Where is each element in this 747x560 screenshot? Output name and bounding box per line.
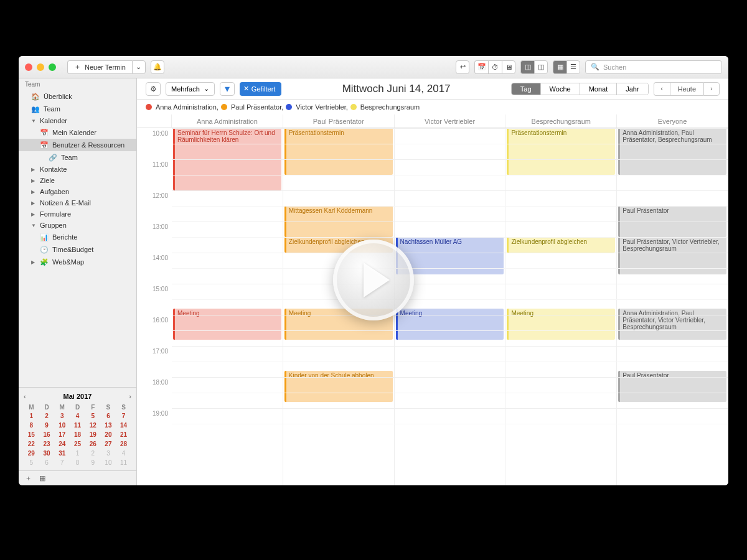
timer-icon[interactable]: ⏱ [488,60,502,74]
next-button[interactable]: › [703,82,720,96]
column-everyone[interactable]: Anna Administration, Paul Präsentator, B… [617,128,728,485]
calendar-event[interactable]: Anna Administration, Paul Präsentator, V… [618,309,726,340]
add-icon[interactable]: ＋ [25,474,32,483]
minical-day[interactable]: 7 [116,412,131,420]
minical-day[interactable]: 18 [70,431,85,439]
sidebar-item-webmap[interactable]: ▶🧩Web&Map [19,256,136,268]
calendar-event[interactable]: Meeting [396,309,504,340]
grid-icon[interactable]: ▦ [39,474,45,482]
minical-day[interactable]: 31 [54,449,70,457]
sidebar-item-forms[interactable]: ▶Formulare [19,208,136,220]
minical-day[interactable]: 9 [85,459,101,467]
minical-day[interactable]: 24 [54,440,70,448]
multiview-dropdown[interactable]: Mehrfach⌄ [166,82,215,96]
minical-day[interactable]: 14 [116,421,131,429]
minical-day[interactable]: 3 [54,412,70,420]
minical-day[interactable]: 16 [39,431,55,439]
grid-view-icon[interactable]: ▦ [553,60,566,74]
column-room[interactable]: PräsentationsterminZielkundenprofil abgl… [505,128,617,485]
calendar-event[interactable]: Meeting [173,309,281,340]
minical-day[interactable]: 13 [101,421,116,429]
sidebar-item-goals[interactable]: ▶Ziele [19,175,136,186]
seg-year[interactable]: Jahr [617,83,647,95]
today-button[interactable]: Heute [670,82,703,96]
gear-button[interactable]: ⚙ [146,82,161,96]
list-view-icon[interactable]: ☰ [566,60,580,74]
minical-day[interactable]: 8 [24,421,39,429]
column-anna[interactable]: Seminar für Herrn Schulze: Ort und Räuml… [172,128,283,485]
calendar-event[interactable]: Kinder von der Schule abholen [284,371,393,402]
sidebar-item-contacts[interactable]: ▶Kontakte [19,164,136,175]
minical-day[interactable]: 23 [39,440,55,448]
minical-day[interactable]: 19 [85,431,101,439]
minical-day[interactable]: 2 [39,412,55,420]
minical-day[interactable]: 7 [54,459,70,467]
seg-week[interactable]: Woche [541,83,580,95]
prev-button[interactable]: ‹ [654,82,670,96]
filter-button[interactable]: ▾ [220,82,235,96]
new-event-button[interactable]: ＋Neuer Termin [67,60,132,74]
minical-day[interactable]: 6 [101,412,116,420]
zoom-icon[interactable] [49,63,56,71]
minical-day[interactable]: 21 [116,431,131,439]
sidebar-item-users-resources[interactable]: 📅Benutzer & Ressourcen [19,139,136,151]
calendar-event[interactable]: Präsentationstermin [507,128,615,175]
screen-icon[interactable]: 🖥 [502,60,515,74]
minical-day[interactable]: 11 [116,459,131,467]
seg-day[interactable]: Tag [512,83,541,95]
filter-chip[interactable]: ✕Gefiltert [240,82,282,96]
minical-day[interactable]: 12 [85,421,101,429]
minical-day[interactable]: 4 [116,449,131,457]
search-input[interactable]: 🔍Suchen [585,60,722,74]
close-icon[interactable]: ✕ [243,85,249,93]
sidebar-item-my-calendar[interactable]: 📅Mein Kalender [19,126,136,139]
minical-prev[interactable]: ‹ [24,393,26,400]
layout-left-icon[interactable]: ◫ [520,60,534,74]
calendar-event[interactable]: Meeting [507,309,615,340]
calendar-event[interactable]: Paul Präsentator, Victor Vertriebler, Be… [618,237,726,274]
sidebar-item-overview[interactable]: 🏠Überblick [19,90,136,103]
minical-day[interactable]: 27 [101,440,116,448]
sidebar-item-notes[interactable]: ▶Notizen & E-Mail [19,197,136,208]
minical-day[interactable]: 10 [101,459,116,467]
minical-day[interactable]: 29 [24,449,39,457]
sidebar-item-groups[interactable]: ▼Gruppen [19,220,136,231]
minical-day[interactable]: 25 [70,440,85,448]
column-victor[interactable]: Nachfassen Müller AGMeeting [395,128,506,485]
calendar-event[interactable]: Präsentationstermin [284,128,393,175]
calendar-icon[interactable]: 📅 [474,60,488,74]
minical-day[interactable]: 15 [24,431,39,439]
minical-day[interactable]: 5 [24,459,39,467]
seg-month[interactable]: Monat [580,83,618,95]
close-icon[interactable] [25,63,32,71]
sidebar-item-calendar[interactable]: ▼Kalender [19,115,136,126]
sidebar-item-tasks[interactable]: ▶Aufgaben [19,186,136,197]
sidebar-item-team[interactable]: 👥Team [19,103,136,115]
minical-day[interactable]: 3 [101,449,116,457]
minical-day[interactable]: 22 [24,440,39,448]
sidebar-item-timebudget[interactable]: 🕑Time&Budget [19,243,136,256]
play-button-overlay[interactable] [333,240,414,320]
minical-day[interactable]: 4 [70,412,85,420]
minical-day[interactable]: 11 [70,421,85,429]
minical-day[interactable]: 8 [70,459,85,467]
minical-day[interactable]: 9 [39,421,55,429]
sidebar-item-reports[interactable]: 📊Berichte [19,231,136,243]
minical-day[interactable]: 28 [116,440,131,448]
minimize-icon[interactable] [37,63,44,71]
minical-day[interactable]: 10 [54,421,70,429]
minical-day[interactable]: 30 [39,449,55,457]
minical-day[interactable]: 5 [85,412,101,420]
minical-day[interactable]: 6 [39,459,55,467]
calendar-event[interactable]: Paul Präsentator [618,371,726,402]
calendar-event[interactable]: Anna Administration, Paul Präsentator, B… [618,128,726,175]
minical-day[interactable]: 1 [24,412,39,420]
minical-day[interactable]: 20 [101,431,116,439]
minical-day[interactable]: 17 [54,431,70,439]
new-event-dropdown[interactable]: ⌄ [132,60,146,74]
sidebar-item-team2[interactable]: 🔗Team [19,151,136,164]
back-icon[interactable]: ↩ [456,60,469,74]
bell-button[interactable]: 🔔 [151,60,164,74]
minical-day[interactable]: 2 [85,449,101,457]
minical-day[interactable]: 26 [85,440,101,448]
